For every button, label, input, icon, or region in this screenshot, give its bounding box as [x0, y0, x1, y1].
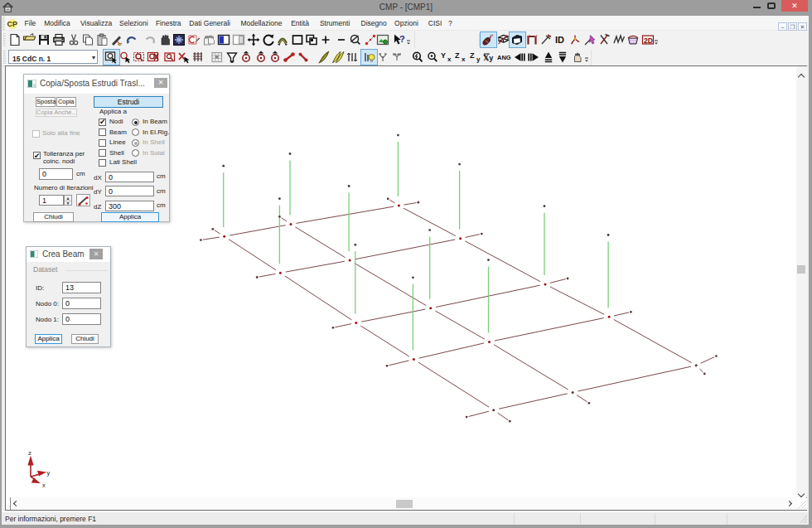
svg-text:x: x [42, 482, 46, 489]
svg-text:y: y [47, 469, 51, 477]
svg-text:z: z [28, 449, 31, 457]
